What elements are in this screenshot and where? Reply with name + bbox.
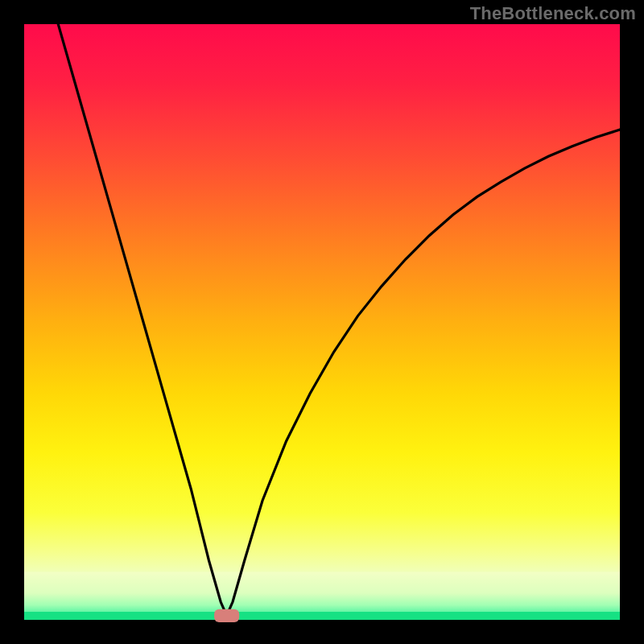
green-edge <box>24 612 620 620</box>
chart-svg <box>0 0 644 644</box>
plot-area <box>24 24 620 620</box>
optimal-marker <box>214 609 239 622</box>
chart-container: TheBottleneck.com <box>0 0 644 644</box>
watermark-text: TheBottleneck.com <box>470 3 636 24</box>
